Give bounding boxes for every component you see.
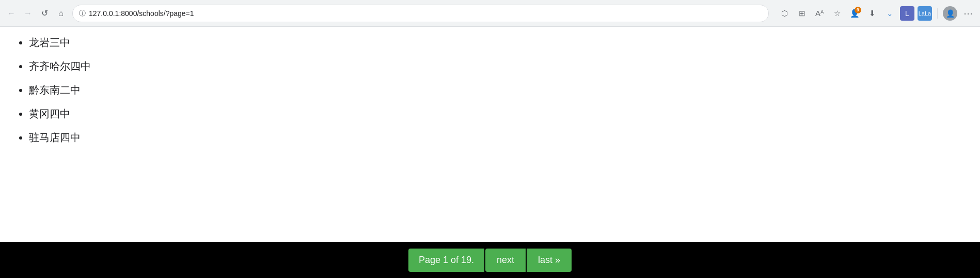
- font-icon[interactable]: Aᴬ: [812, 6, 827, 21]
- security-icon: ⓘ: [79, 9, 86, 18]
- toolbar-icons: ⬡ ⊞ Aᴬ ☆ 👤 9 ⬇ ⌄ L LaLa 👤 ⋯: [777, 6, 976, 21]
- page-info: Page 1 of 19.: [408, 249, 484, 272]
- list-item: 齐齐哈尔四中: [29, 59, 968, 73]
- toolbar-separator: [937, 8, 938, 19]
- url-text: 127.0.0.1:8000/schools/?page=1: [89, 9, 762, 18]
- address-bar[interactable]: ⓘ 127.0.0.1:8000/schools/?page=1: [72, 5, 769, 22]
- badge: 9: [855, 7, 861, 13]
- home-button[interactable]: ⌂: [54, 6, 68, 21]
- nav-buttons: ← → ↺ ⌂: [4, 6, 68, 21]
- more-menu-button[interactable]: ⋯: [960, 6, 976, 21]
- favorites-icon[interactable]: ☆: [830, 6, 844, 21]
- next-button[interactable]: next: [485, 249, 526, 272]
- forward-button[interactable]: →: [21, 6, 35, 21]
- page-content: 龙岩三中 齐齐哈尔四中 黔东南二中 黄冈四中 驻马店四中: [0, 27, 980, 242]
- list-item: 黄冈四中: [29, 106, 968, 121]
- wallet-icon[interactable]: ⌄: [882, 6, 897, 21]
- back-button[interactable]: ←: [4, 6, 19, 21]
- browser-toolbar: ← → ↺ ⌂ ⓘ 127.0.0.1:8000/schools/?page=1…: [0, 0, 980, 27]
- school-list: 龙岩三中 齐齐哈尔四中 黔东南二中 黄冈四中 驻马店四中: [12, 35, 968, 145]
- last-button[interactable]: last »: [527, 249, 572, 272]
- tab-search-icon[interactable]: ⊞: [795, 6, 809, 21]
- reload-button[interactable]: ↺: [37, 6, 52, 21]
- extension-icon[interactable]: L: [900, 6, 914, 21]
- pagination-bar: Page 1 of 19. next last »: [0, 242, 980, 278]
- list-item: 黔东南二中: [29, 83, 968, 97]
- cast-icon[interactable]: ⬡: [777, 6, 792, 21]
- list-item: 驻马店四中: [29, 130, 968, 145]
- lala-icon[interactable]: LaLa: [918, 6, 932, 21]
- profile-button[interactable]: 👤: [943, 6, 957, 21]
- download-icon[interactable]: ⬇: [865, 6, 879, 21]
- collections-icon[interactable]: 👤 9: [847, 6, 862, 21]
- list-item: 龙岩三中: [29, 35, 968, 50]
